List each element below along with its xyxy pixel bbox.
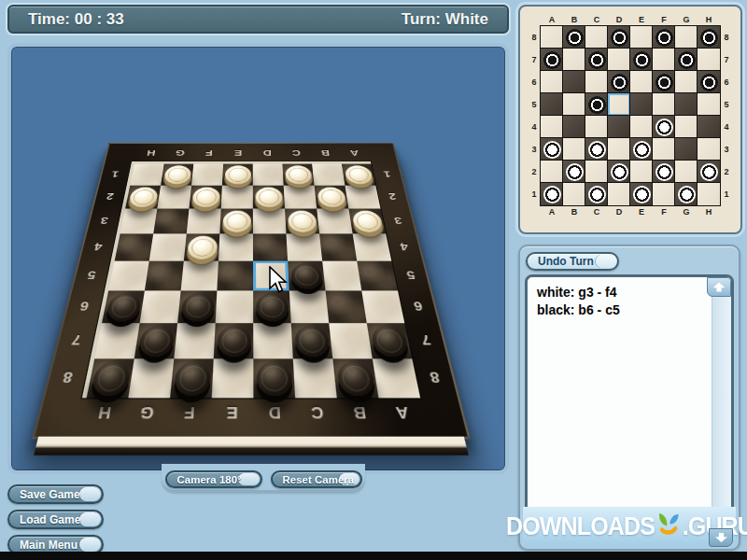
- mini-board-square[interactable]: [653, 138, 675, 161]
- mini-board-square[interactable]: [675, 71, 698, 93]
- mini-board-square[interactable]: [563, 93, 585, 116]
- board-square[interactable]: [120, 209, 158, 234]
- mini-board-square[interactable]: [675, 183, 698, 205]
- mini-board-square[interactable]: [541, 49, 563, 71]
- board-square[interactable]: [253, 164, 284, 186]
- checker-piece-white[interactable]: [588, 186, 606, 203]
- save-game-button[interactable]: Save Game: [7, 484, 104, 504]
- mini-board-square[interactable]: [608, 138, 630, 161]
- mini-board-square[interactable]: [698, 183, 720, 205]
- board-square[interactable]: [289, 290, 329, 323]
- mini-board-square[interactable]: [698, 161, 720, 183]
- mini-board-square[interactable]: [541, 93, 563, 116]
- checker-piece-white[interactable]: [285, 165, 313, 184]
- board-square[interactable]: [361, 290, 404, 323]
- board-square[interactable]: [115, 233, 154, 260]
- mini-board-square[interactable]: [585, 183, 608, 205]
- mini-board-square[interactable]: [541, 26, 563, 49]
- board-square[interactable]: [130, 164, 163, 186]
- checker-piece-black[interactable]: [700, 74, 718, 91]
- board-square[interactable]: [357, 261, 398, 291]
- checker-piece-white[interactable]: [633, 186, 651, 203]
- checker-piece-white[interactable]: [611, 163, 628, 181]
- mini-board-square[interactable]: [630, 161, 653, 183]
- board-square[interactable]: [329, 323, 373, 358]
- mini-board-square[interactable]: [541, 138, 563, 161]
- checker-piece-black[interactable]: [543, 51, 561, 69]
- board-square[interactable]: [253, 209, 287, 234]
- board-square[interactable]: [373, 358, 420, 398]
- mini-board-square[interactable]: [675, 116, 698, 138]
- board-square[interactable]: [286, 233, 322, 260]
- mini-board-square[interactable]: [608, 49, 630, 71]
- board-square[interactable]: [153, 209, 189, 234]
- mini-board-square[interactable]: [585, 71, 608, 93]
- mini-board-square[interactable]: [608, 26, 630, 49]
- mini-board-square[interactable]: [675, 49, 698, 71]
- mini-board-square[interactable]: [563, 138, 585, 161]
- mini-board-square[interactable]: [541, 183, 563, 205]
- mini-board-square[interactable]: [563, 183, 585, 205]
- mini-board-square[interactable]: [698, 93, 720, 116]
- board-square[interactable]: [322, 261, 361, 291]
- board-square[interactable]: [353, 233, 392, 260]
- board-square[interactable]: [187, 209, 221, 234]
- mini-board-square[interactable]: [653, 116, 675, 138]
- load-game-button[interactable]: Load Game: [7, 510, 104, 529]
- mini-board-square[interactable]: [541, 116, 563, 138]
- mini-board-square[interactable]: [698, 26, 720, 49]
- mini-board-square[interactable]: [630, 93, 653, 116]
- checker-piece-black[interactable]: [655, 29, 673, 47]
- checker-piece-white[interactable]: [588, 141, 606, 159]
- checker-piece-white[interactable]: [655, 119, 673, 136]
- mini-board-square[interactable]: [563, 71, 585, 93]
- mini-board-square[interactable]: [563, 161, 585, 183]
- mini-board-square[interactable]: [653, 71, 675, 93]
- board-square[interactable]: [149, 233, 187, 260]
- checker-piece-white[interactable]: [700, 163, 718, 181]
- board-square[interactable]: [140, 290, 181, 323]
- mini-board-square[interactable]: [698, 116, 720, 138]
- mini-board-square[interactable]: [563, 116, 585, 138]
- mini-board-square[interactable]: [675, 93, 698, 116]
- board-square[interactable]: [94, 323, 139, 358]
- mini-board-square[interactable]: [630, 138, 653, 161]
- mini-board-square[interactable]: [675, 138, 698, 161]
- camera-180-button[interactable]: Camera 180°: [165, 470, 262, 488]
- board-square[interactable]: [181, 261, 218, 291]
- mini-board-square[interactable]: [698, 49, 720, 71]
- mini-board-square[interactable]: [608, 161, 630, 183]
- checker-piece-white[interactable]: [543, 186, 561, 203]
- mini-board-square[interactable]: [608, 93, 630, 116]
- board-square[interactable]: [221, 186, 253, 209]
- board-square[interactable]: [128, 358, 174, 398]
- board-square[interactable]: [157, 186, 191, 209]
- checker-piece-black[interactable]: [217, 326, 251, 357]
- board-square[interactable]: [216, 290, 254, 323]
- mini-board-square[interactable]: [630, 116, 653, 138]
- checker-piece-black[interactable]: [655, 74, 673, 91]
- checkers-board-3d[interactable]: HHGGFFEEDDCCBBAA1122334455667788: [32, 143, 471, 439]
- mini-board-square[interactable]: [541, 161, 563, 183]
- board-square[interactable]: [326, 290, 367, 323]
- scrollbar-track[interactable]: [712, 277, 731, 542]
- board-square[interactable]: [345, 186, 380, 209]
- checker-piece-white[interactable]: [543, 141, 561, 159]
- checker-piece-white[interactable]: [224, 165, 250, 184]
- checker-piece-white[interactable]: [678, 186, 696, 203]
- board-square[interactable]: [174, 323, 215, 358]
- scroll-up-button[interactable]: [707, 277, 731, 297]
- mini-board-square[interactable]: [653, 26, 675, 49]
- mini-board-square[interactable]: [630, 71, 653, 93]
- reset-camera-button[interactable]: Reset Camera: [271, 470, 362, 488]
- checker-piece-white[interactable]: [255, 187, 283, 207]
- checker-piece-white[interactable]: [566, 163, 584, 181]
- checker-piece-black[interactable]: [611, 29, 628, 47]
- scroll-down-button[interactable]: [709, 528, 733, 547]
- checker-piece-black[interactable]: [566, 29, 584, 47]
- board-square[interactable]: [253, 323, 293, 358]
- mini-board-square[interactable]: [653, 183, 675, 205]
- mini-board-square[interactable]: [675, 26, 698, 49]
- board-square[interactable]: [145, 261, 184, 291]
- mini-board-square[interactable]: [563, 49, 585, 71]
